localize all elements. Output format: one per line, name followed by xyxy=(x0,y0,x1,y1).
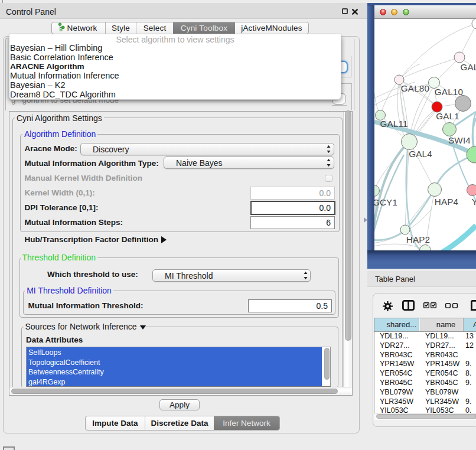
svg-text:HAP4: HAP4 xyxy=(435,197,458,207)
svg-text:GAL80: GAL80 xyxy=(401,83,429,93)
svg-text:GAL11: GAL11 xyxy=(380,119,407,129)
svg-text:GCY1: GCY1 xyxy=(374,197,397,207)
svg-text:GAL4: GAL4 xyxy=(409,149,432,159)
svg-text:GAL10: GAL10 xyxy=(435,87,463,97)
svg-text:HAP2: HAP2 xyxy=(406,234,430,244)
svg-text:Y: Y xyxy=(472,197,476,207)
svg-text:GAL: GAL xyxy=(461,62,476,72)
svg-text:GAL1: GAL1 xyxy=(436,111,459,121)
svg-text:SWI4: SWI4 xyxy=(448,135,471,145)
